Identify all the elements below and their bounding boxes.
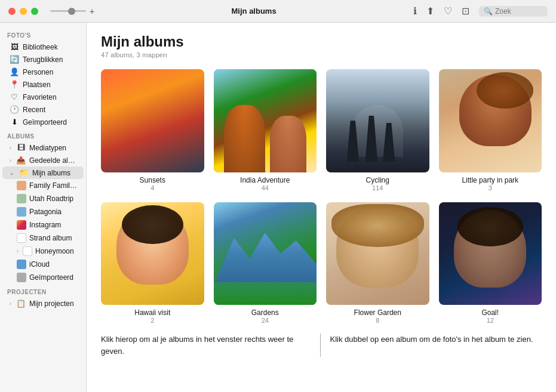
sidebar-item-label: Mijn projecten [29,300,74,308]
sidebar-item-label: Favorieten [23,93,57,101]
sidebar-item-recent[interactable]: 🕐 Recent [2,103,84,116]
sidebar-item-mediatypen[interactable]: › 🎞 Mediatypen [2,141,84,154]
sidebar-item-strand[interactable]: Strand album [2,232,84,245]
traffic-lights [8,8,38,15]
album-count-goal: 12 [487,317,494,324]
sidebar-item-label: Geïmporteerd [23,118,67,126]
album-count-india: 44 [262,184,269,192]
sidebar-item-bibliotheek[interactable]: 🖼 Bibliotheek [2,41,84,53]
sidebar-item-label: Bibliotheek [23,43,58,51]
search-input[interactable] [495,7,543,16]
album-party[interactable]: Little party in park 3 [439,69,542,192]
terugblikken-icon: 🔄 [10,55,19,64]
close-button[interactable] [8,8,16,15]
app-body: Foto's 🖼 Bibliotheek 🔄 Terugblikken 👤 Pe… [0,23,556,392]
recent-icon: 🕐 [10,105,19,114]
sidebar-item-honeymoon[interactable]: › Honeymoon [2,245,84,258]
album-cycling[interactable]: Cycling 114 [326,69,429,192]
geimporteerd-sub-thumb-icon [17,273,26,282]
utah-thumb-icon [17,194,26,203]
annotation-left: Klik hierop om al je albums in het venst… [101,334,321,357]
sidebar-item-mijn-projecten[interactable]: › 📋 Mijn projecten [2,297,84,310]
sidebar-item-label: Terugblikken [23,55,63,64]
add-icon[interactable]: ⊡ [462,5,469,17]
chevron-right-icon: › [17,248,19,254]
sidebar-item-personen[interactable]: 👤 Personen [2,66,84,78]
album-goal[interactable]: Goal! 12 [439,202,542,325]
album-thumb-party [439,69,542,172]
album-thumb-flower [326,202,429,305]
sidebar-item-label: Patagonia [29,208,62,216]
sidebar-item-family[interactable]: Family Family... [2,179,84,192]
window-title: Mijn albums [232,7,277,16]
album-hawaii[interactable]: Hawaii visit 2 [101,202,204,325]
chevron-down-icon: ⌄ [10,170,14,176]
sidebar-item-label: Instagram [29,221,61,229]
sidebar-item-patagonia[interactable]: Patagonia [2,205,84,218]
album-sunsets[interactable]: Sunsets 4 [101,69,204,192]
photos-section-header: Foto's [0,27,86,41]
sidebar-item-terugblikken[interactable]: 🔄 Terugblikken [2,53,84,66]
sidebar-item-label: Gedeelde albums [29,156,79,165]
search-box[interactable]: 🔍 [479,6,548,17]
album-thumb-cycling [326,69,429,172]
sidebar-item-label: Plaatsen [23,81,51,89]
chevron-right-icon: › [10,158,11,163]
sidebar-item-label: Geïmporteerd [29,273,73,282]
album-name-party: Little party in park [462,176,518,184]
sidebar-item-label: Strand album [29,234,72,242]
album-name-india: India Adventure [240,176,290,184]
sidebar-item-icloud[interactable]: iCloud [2,258,84,271]
album-count-cycling: 114 [372,184,383,192]
minimize-button[interactable] [20,8,27,15]
sidebar: Foto's 🖼 Bibliotheek 🔄 Terugblikken 👤 Pe… [0,23,87,392]
patagonia-thumb-icon [17,207,26,217]
info-icon[interactable]: ℹ [413,5,417,17]
thumbnail-size-slider[interactable]: + [50,7,94,16]
chevron-right-icon: › [10,145,11,151]
album-grid: Sunsets 4 India Adventure 44 [101,69,542,324]
annotation-area: Klik hierop om al je albums in het venst… [101,324,542,357]
sidebar-item-label: Utah Roadtrip [29,195,73,203]
album-flower[interactable]: Flower Garden 8 [326,202,429,325]
sidebar-item-geimporteerd-sub[interactable]: Geïmporteerd [2,271,84,284]
icloud-thumb-icon [17,260,26,269]
album-thumb-goal [439,202,542,305]
maximize-button[interactable] [31,8,38,15]
sidebar-item-geimporteerd[interactable]: ⬇ Geïmporteerd [2,116,84,128]
titlebar-left: + [8,7,94,16]
sidebar-item-instagram[interactable]: Instagram [2,218,84,232]
sidebar-item-favorieten[interactable]: ♡ Favorieten [2,91,84,103]
album-name-gardens: Gardens [251,308,279,317]
sidebar-item-label: iCloud [29,260,50,268]
sidebar-item-mijn-albums[interactable]: ⌄ 📁 Mijn albums [2,166,84,179]
album-count-gardens: 24 [262,317,269,324]
page-title: Mijn albums [101,33,542,50]
album-name-hawaii: Hawaii visit [134,308,170,317]
slider-thumb [68,8,75,15]
bibliotheek-icon: 🖼 [10,42,19,51]
instagram-thumb-icon [17,220,26,230]
plaatsen-icon: 📍 [10,80,19,89]
sidebar-item-gedeelde-albums[interactable]: › 📤 Gedeelde albums [2,154,84,166]
album-india[interactable]: India Adventure 44 [214,69,317,192]
mijn-albums-icon: 📁 [19,168,29,177]
album-name-sunsets: Sunsets [140,176,165,184]
chevron-right-icon: › [10,301,11,307]
slider-track [50,10,86,12]
album-name-cycling: Cycling [366,176,389,184]
projects-section-header: Projecten [0,284,86,297]
titlebar-actions: ℹ ⬆ ♡ ⊡ 🔍 [413,5,548,17]
slider-plus-icon: + [90,7,94,16]
sidebar-item-label: Family Family... [29,181,79,190]
album-gardens[interactable]: Gardens 24 [214,202,317,325]
family-thumb-icon [17,181,26,190]
albums-count: 47 albums, 3 mappen [101,51,542,58]
albums-section-header: Albums [0,128,86,141]
share-icon[interactable]: ⬆ [426,5,434,17]
sidebar-item-plaatsen[interactable]: 📍 Plaatsen [2,78,84,91]
favorites-icon[interactable]: ♡ [444,5,452,17]
album-count-sunsets: 4 [150,184,154,192]
album-count-flower: 8 [376,317,379,324]
sidebar-item-utah[interactable]: Utah Roadtrip [2,192,84,205]
